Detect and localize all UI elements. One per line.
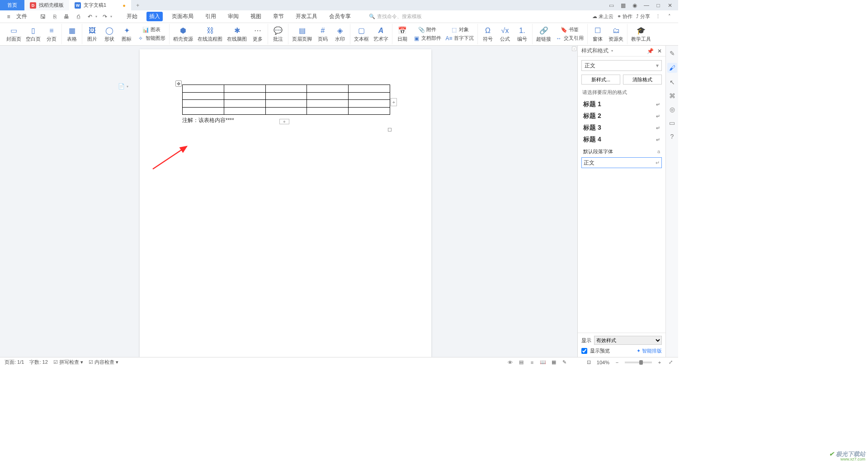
content-check-toggle[interactable]: ☑ 内容检查 ▾	[89, 359, 118, 366]
ribbon-tab-view[interactable]: 视图	[248, 12, 264, 21]
wordart-button[interactable]: A艺术字	[373, 25, 389, 43]
maximize-button[interactable]: □	[655, 2, 662, 9]
table-move-handle-icon[interactable]: ✥	[175, 80, 182, 87]
sidebar-help-icon[interactable]: ?	[668, 132, 676, 141]
close-button[interactable]: ✕	[666, 2, 674, 9]
table-button[interactable]: ▦表格	[65, 25, 79, 43]
teaching-tools-button[interactable]: 🎓教学工具	[630, 25, 652, 43]
document-table[interactable]	[182, 85, 390, 115]
resource-folder-button[interactable]: 🗂资源夹	[608, 25, 624, 43]
ribbon-tab-sections[interactable]: 章节	[270, 12, 287, 21]
picture-button[interactable]: 🖼图片	[85, 25, 99, 43]
textbox-button[interactable]: ▢文本框	[353, 25, 370, 43]
ribbon-tab-insert[interactable]: 插入	[146, 12, 163, 21]
coop-button[interactable]: ⚭ 协作	[617, 13, 632, 20]
smartart-button[interactable]: ✧智能图形	[137, 34, 166, 42]
ribbon-tab-member[interactable]: 会员专享	[326, 12, 354, 21]
attachment-button[interactable]: 📎附件	[412, 26, 442, 34]
clear-format-button[interactable]: 清除格式	[623, 75, 662, 85]
chart-button[interactable]: 📊图表	[137, 26, 166, 34]
fullscreen-icon[interactable]: ⤢	[667, 359, 674, 366]
tab-docer-templates[interactable]: D 找稻壳模板	[24, 0, 69, 10]
read-view-icon[interactable]: 📖	[540, 359, 546, 366]
zoom-out-icon[interactable]: −	[614, 359, 620, 366]
sidebar-protect-icon[interactable]: ◎	[668, 105, 676, 113]
sidebar-read-icon[interactable]: ▭	[668, 119, 676, 127]
table-resize-handle[interactable]	[388, 128, 392, 132]
display-select[interactable]: 有效样式	[594, 336, 662, 345]
cover-page-button[interactable]: ▭封面页	[5, 25, 22, 43]
style-default-font[interactable]: 默认段落字体a	[581, 146, 662, 157]
user-avatar-icon[interactable]: ◉	[631, 2, 638, 9]
sidebar-select-icon[interactable]: ↖	[668, 78, 676, 86]
table-caption[interactable]: 注解：该表格内容****	[182, 117, 389, 124]
cloud-status[interactable]: ☁ 未上云	[592, 13, 613, 20]
outline-view-icon[interactable]: ≡	[529, 359, 535, 366]
numbering-button[interactable]: 1.编号	[515, 25, 529, 43]
more-button[interactable]: ⋯更多	[250, 25, 265, 43]
table-row[interactable]	[183, 107, 390, 115]
eye-icon[interactable]: 👁	[507, 359, 514, 366]
document-canvas[interactable]: 📄 ✥ + + 注解：该表格内容****	[0, 46, 571, 357]
comment-button[interactable]: 💬批注	[271, 25, 285, 43]
table-row[interactable]	[183, 85, 390, 93]
share-button[interactable]: ⤴ 分享	[636, 13, 650, 20]
file-menu[interactable]: 文件	[16, 13, 27, 20]
web-view-icon[interactable]: ▦	[551, 359, 557, 366]
zoom-in-icon[interactable]: +	[656, 359, 663, 366]
minimize-button[interactable]: —	[643, 2, 650, 9]
export-icon[interactable]: ⎘	[51, 13, 59, 21]
print-preview-icon[interactable]: ⎙	[74, 13, 82, 21]
equation-button[interactable]: √x公式	[498, 25, 512, 43]
flowchart-button[interactable]: ⛓在线流程图	[197, 25, 223, 43]
save-icon[interactable]: 🖫	[39, 13, 47, 21]
style-heading-2[interactable]: 标题 2↵	[581, 110, 662, 122]
undo-icon[interactable]: ↶	[86, 13, 94, 21]
bookmark-button[interactable]: 🔖书签	[555, 26, 585, 34]
date-button[interactable]: 📅日期	[395, 25, 410, 43]
table-widget[interactable]: ✥ + + 注解：该表格内容****	[182, 85, 389, 124]
crossref-button[interactable]: ↔交叉引用	[555, 34, 585, 42]
tab-home[interactable]: 首页	[0, 0, 24, 10]
table-row[interactable]	[183, 100, 390, 108]
ribbon-tab-references[interactable]: 引用	[203, 12, 219, 21]
sidebar-limit-icon[interactable]: ⌘	[668, 92, 676, 100]
style-heading-1[interactable]: 标题 1↵	[581, 99, 662, 110]
style-heading-3[interactable]: 标题 3↵	[581, 122, 662, 134]
spell-check-toggle[interactable]: ☑ 拼写检查 ▾	[53, 359, 83, 366]
tab-add-button[interactable]: +	[131, 0, 145, 10]
word-count[interactable]: 字数: 12	[29, 359, 47, 366]
tab-document-1[interactable]: W 文字文稿1 ●	[69, 0, 131, 10]
collapse-ribbon-icon[interactable]: ˄	[665, 13, 674, 21]
ribbon-tab-page-layout[interactable]: 页面布局	[169, 12, 196, 21]
symbol-button[interactable]: Ω符号	[481, 25, 495, 43]
current-style-select[interactable]: 正文 ▾	[581, 60, 662, 71]
layout-icon[interactable]: ▭	[608, 2, 615, 9]
ribbon-tab-developer[interactable]: 开发工具	[293, 12, 320, 21]
more-menu-icon[interactable]: ⋮	[654, 13, 662, 21]
table-row[interactable]	[183, 92, 390, 100]
icon-button[interactable]: ✦图标	[119, 25, 134, 43]
panel-title[interactable]: 样式和格式	[581, 47, 613, 55]
pin-icon[interactable]: 📌	[647, 48, 654, 54]
gutter-caret-icon[interactable]: ‹	[572, 47, 576, 51]
sidebar-new-icon[interactable]: ✎	[668, 49, 676, 57]
ribbon-tab-start[interactable]: 开始	[124, 12, 140, 21]
watermark-button[interactable]: ◈水印	[333, 25, 347, 43]
ribbon-tab-review[interactable]: 审阅	[225, 12, 241, 21]
zoom-slider[interactable]	[625, 362, 652, 363]
style-heading-4[interactable]: 标题 4↵	[581, 134, 662, 146]
new-style-button[interactable]: 新样式...	[581, 75, 620, 85]
page-number-button[interactable]: #页码	[316, 25, 330, 43]
close-panel-icon[interactable]: ✕	[657, 48, 662, 54]
fit-icon[interactable]: ⊡	[586, 359, 592, 366]
apps-icon[interactable]: ▦	[619, 2, 627, 9]
page-break-button[interactable]: ≡分页	[44, 25, 59, 43]
object-button[interactable]: ⬚对象	[445, 26, 475, 34]
command-search[interactable]: 🔍 查找命令、搜索模板	[369, 13, 432, 20]
pen-icon[interactable]: ✎	[561, 359, 568, 366]
docpart-button[interactable]: ▣文档部件	[412, 34, 442, 42]
mindmap-button[interactable]: ✱在线脑图	[226, 25, 248, 43]
style-body-selected[interactable]: 正文↵	[581, 157, 662, 168]
paragraph-icon[interactable]: 📄	[118, 83, 125, 90]
